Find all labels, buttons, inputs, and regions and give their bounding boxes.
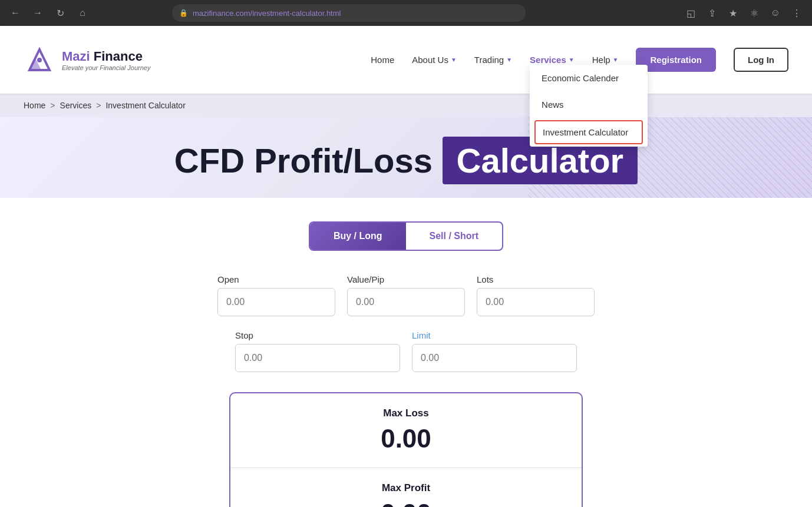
- limit-input[interactable]: [412, 344, 577, 372]
- nav-about-link[interactable]: About Us ▼: [412, 55, 457, 65]
- sell-short-button[interactable]: Sell / Short: [406, 223, 503, 250]
- breadcrumb-services[interactable]: Services: [60, 101, 92, 110]
- login-button[interactable]: Log In: [734, 48, 788, 72]
- max-profit-value: 0.00: [254, 499, 558, 507]
- url-text: mazifinance.com/investment-calculator.ht…: [193, 9, 341, 18]
- breadcrumb-home[interactable]: Home: [24, 101, 45, 110]
- limit-group: Limit: [412, 330, 577, 372]
- lots-label: Lots: [477, 274, 595, 284]
- lots-input[interactable]: [477, 288, 595, 316]
- stop-label: Stop: [235, 330, 400, 340]
- max-loss-label: Max Loss: [254, 407, 558, 419]
- breadcrumb-current: Investment Calculator: [105, 101, 185, 110]
- logo-area: Mazi Finance Elevate your Financial Jour…: [24, 44, 150, 76]
- nav-refresh-button[interactable]: ↻: [52, 5, 68, 21]
- result-card: Max Loss 0.00 Max Profit 0.00: [229, 392, 583, 507]
- breadcrumb-sep2: >: [96, 101, 101, 110]
- open-input[interactable]: [217, 288, 335, 316]
- max-profit-section: Max Profit 0.00: [230, 468, 582, 507]
- max-loss-value: 0.00: [254, 424, 558, 453]
- limit-label: Limit: [412, 330, 577, 340]
- nav-help-link[interactable]: Help ▼: [592, 55, 619, 65]
- services-nav-wrapper: Services ▼ Economic Calender News Invest…: [530, 55, 575, 65]
- browser-actions: ◱ ⇪ ★ ⚛ ☺ ⋮: [682, 5, 805, 21]
- extensions-button[interactable]: ⚛: [746, 5, 763, 21]
- lots-group: Lots: [477, 274, 595, 316]
- nav-back-button[interactable]: ←: [7, 5, 24, 21]
- profile-button[interactable]: ☺: [767, 5, 784, 21]
- form-row-1: Open Value/Pip Lots: [217, 274, 595, 316]
- dropdown-item-economic-calender[interactable]: Economic Calender: [530, 65, 648, 91]
- value-pip-group: Value/Pip: [347, 274, 465, 316]
- logo-icon: [24, 44, 56, 76]
- logo-brand: Mazi Finance: [62, 49, 150, 64]
- nav-trading-link[interactable]: Trading ▼: [474, 55, 512, 65]
- nav-services-link[interactable]: Services ▼: [530, 55, 575, 65]
- stop-input[interactable]: [235, 344, 400, 372]
- dropdown-item-news[interactable]: News: [530, 91, 648, 118]
- nav-forward-button[interactable]: →: [29, 5, 46, 21]
- nav-home-button[interactable]: ⌂: [74, 5, 91, 21]
- hero-section: CFD Profit/Loss Calculator: [0, 117, 812, 198]
- nav-links: Home About Us ▼ Trading ▼ Services ▼ Eco…: [371, 48, 788, 72]
- nav-trading-label: Trading: [474, 55, 504, 65]
- services-dropdown: Economic Calender News Investment Calcul…: [530, 65, 648, 147]
- url-path: /investment-calculator.html: [250, 9, 341, 18]
- stop-group: Stop: [235, 330, 400, 372]
- chevron-down-icon: ▼: [506, 57, 512, 63]
- navbar: Mazi Finance Elevate your Financial Jour…: [0, 26, 812, 94]
- buy-long-button[interactable]: Buy / Long: [310, 223, 406, 250]
- nav-help-label: Help: [592, 55, 610, 65]
- chevron-down-icon: ▼: [569, 57, 575, 63]
- url-domain: mazifinance.com: [193, 9, 250, 18]
- address-bar[interactable]: 🔒 mazifinance.com/investment-calculator.…: [172, 4, 526, 22]
- breadcrumb-sep1: >: [50, 101, 55, 110]
- chevron-down-icon: ▼: [451, 57, 457, 63]
- menu-button[interactable]: ⋮: [788, 5, 805, 21]
- logo-tagline: Elevate your Financial Journey: [62, 64, 150, 71]
- max-loss-section: Max Loss 0.00: [230, 393, 582, 468]
- breadcrumb: Home > Services > Investment Calculator: [0, 94, 812, 117]
- hero-title: CFD Profit/Loss: [174, 141, 433, 180]
- nav-home-link[interactable]: Home: [371, 55, 394, 65]
- nav-services-label: Services: [530, 55, 566, 65]
- page: Mazi Finance Elevate your Financial Jour…: [0, 26, 812, 507]
- calculator-section: Buy / Long Sell / Short Open Value/Pip L…: [0, 198, 812, 507]
- open-label: Open: [217, 274, 335, 284]
- trade-type-toggle: Buy / Long Sell / Short: [309, 221, 503, 251]
- chevron-down-icon: ▼: [613, 57, 619, 63]
- svg-point-2: [37, 58, 42, 62]
- nav-about-label: About Us: [412, 55, 448, 65]
- logo-text-area: Mazi Finance Elevate your Financial Jour…: [62, 49, 150, 71]
- value-pip-input[interactable]: [347, 288, 465, 316]
- form-row-2: Stop Limit: [235, 330, 577, 372]
- registration-button[interactable]: Registration: [636, 48, 716, 72]
- open-group: Open: [217, 274, 335, 316]
- max-profit-label: Max Profit: [254, 482, 558, 494]
- value-pip-label: Value/Pip: [347, 274, 465, 284]
- dropdown-item-investment-calculator[interactable]: Investment Calculator: [534, 120, 643, 144]
- share-button[interactable]: ⇪: [704, 5, 720, 21]
- lock-icon: 🔒: [179, 9, 188, 17]
- cast-button[interactable]: ◱: [682, 5, 699, 21]
- bookmark-button[interactable]: ★: [725, 5, 741, 21]
- browser-chrome: ← → ↻ ⌂ 🔒 mazifinance.com/investment-cal…: [0, 0, 812, 26]
